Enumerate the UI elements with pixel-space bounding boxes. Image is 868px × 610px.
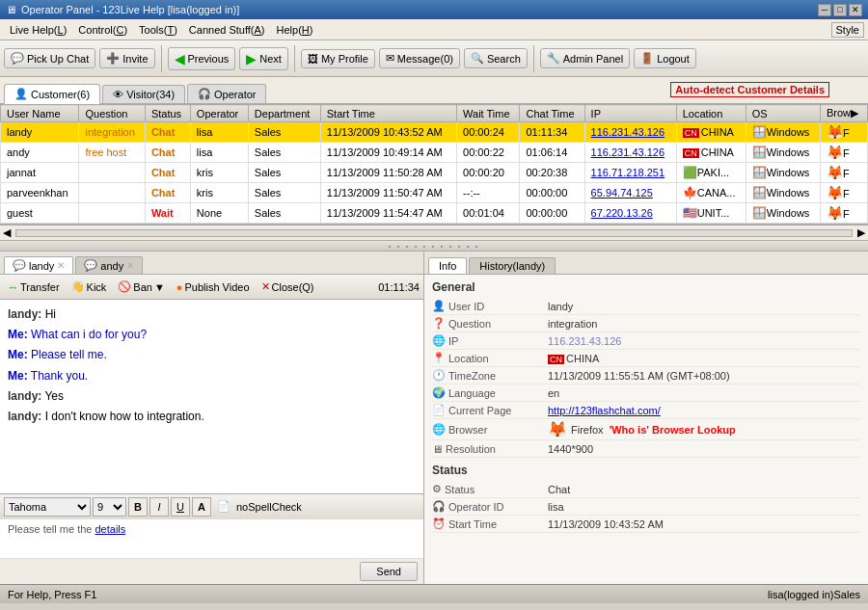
font-family-select[interactable]: Tahoma	[4, 497, 91, 517]
logout-button[interactable]: 🚪 Logout	[634, 48, 696, 68]
video-icon: ●	[176, 281, 183, 293]
china-flag: CN	[548, 355, 564, 364]
send-button[interactable]: Send	[360, 562, 418, 581]
cell-status: Chat	[145, 183, 190, 203]
font-color-button[interactable]: A	[192, 497, 211, 517]
scroll-left[interactable]: ◀	[0, 226, 14, 239]
table-row[interactable]: parveenkhan Chat kris Sales 11/13/2009 1…	[1, 183, 868, 203]
cell-status: Chat	[145, 143, 190, 163]
cell-department: Sales	[248, 122, 320, 143]
message-button[interactable]: ✉ Message(0)	[379, 48, 460, 68]
chat-message: landy: Yes	[8, 387, 416, 406]
chat-tab-close-landy[interactable]: ✕	[57, 260, 65, 271]
minimize-button[interactable]: ─	[818, 4, 831, 16]
close-button[interactable]: ✕	[849, 4, 862, 16]
chat-tab-andy[interactable]: 💬 andy ✕	[75, 256, 143, 274]
col-header-operator[interactable]: Operator	[190, 105, 248, 122]
col-header-browser[interactable]: Brow▶	[820, 105, 867, 122]
table-row[interactable]: guest Wait None Sales 11/13/2009 11:54:4…	[1, 203, 868, 224]
info-tab-history[interactable]: History(landy)	[469, 257, 556, 274]
col-header-question[interactable]: Question	[79, 105, 145, 122]
details-link[interactable]: details	[95, 523, 126, 535]
tab-operator[interactable]: 🎧 Operator	[187, 84, 266, 103]
tab-visitor[interactable]: 👁 Visitor(34)	[102, 85, 185, 103]
menu-help[interactable]: Help(H)	[271, 22, 319, 38]
invite-button[interactable]: ➕ Invite	[99, 48, 154, 68]
toolbar-separator-2	[294, 45, 295, 72]
table-row[interactable]: landy integration Chat lisa Sales 11/13/…	[1, 122, 868, 143]
transfer-button[interactable]: ↔ Transfer	[4, 280, 64, 294]
menu-tools[interactable]: Tools(T)	[133, 22, 183, 38]
scroll-right[interactable]: ▶	[854, 226, 868, 239]
resolution-icon: 🖥	[432, 443, 443, 455]
tab-customer[interactable]: 👤 Customer(6)	[4, 84, 100, 104]
cell-ip: 67.220.13.26	[584, 203, 676, 224]
next-button[interactable]: ▶ Next	[239, 47, 288, 70]
cell-chattime: 01:11:34	[520, 122, 584, 143]
italic-button[interactable]: I	[149, 497, 169, 517]
previous-button[interactable]: ◀ Previous	[168, 47, 236, 70]
starttime-icon: ⏰	[432, 517, 446, 530]
pick-up-chat-button[interactable]: 💬 Pick Up Chat	[4, 48, 95, 68]
menu-bar: Live Help(L) Control(C) Tools(T) Canned …	[0, 19, 868, 40]
split-handle[interactable]: • • • • • • • • • • •	[0, 240, 868, 252]
chat-timer: 01:11:34	[378, 281, 420, 293]
publish-video-button[interactable]: ● Publish Video	[173, 280, 254, 294]
col-header-location[interactable]: Location	[676, 105, 746, 122]
maximize-button[interactable]: □	[833, 4, 847, 16]
cell-question	[79, 203, 145, 224]
ban-button[interactable]: 🚫 Ban ▼	[114, 279, 168, 294]
cell-ip: 116.231.43.126	[584, 122, 676, 143]
underline-button[interactable]: U	[171, 497, 190, 517]
info-status-title: Status	[432, 464, 860, 477]
cell-location: 🟩PAKI...	[676, 163, 746, 183]
chat-input-container[interactable]: Please tell me the details	[0, 519, 423, 558]
col-header-status[interactable]: Status	[145, 105, 190, 122]
col-header-ip[interactable]: IP	[584, 105, 676, 122]
table-row[interactable]: jannat Chat kris Sales 11/13/2009 11:50:…	[1, 163, 868, 183]
cell-os: 🪟Windows	[746, 163, 820, 183]
logout-icon: 🚪	[640, 52, 654, 65]
info-row-language: 🌍Language en	[432, 385, 860, 402]
chat-message: Me: Thank you.	[8, 367, 416, 385]
chat-tab-close-andy[interactable]: ✕	[126, 260, 134, 271]
col-header-os[interactable]: OS	[746, 105, 820, 122]
col-header-department[interactable]: Department	[248, 105, 320, 122]
my-profile-button[interactable]: 🖼 My Profile	[301, 49, 375, 68]
search-button[interactable]: 🔍 Search	[464, 48, 528, 68]
transfer-icon: ↔	[8, 281, 18, 293]
font-size-select[interactable]: 9	[93, 497, 126, 517]
cell-browser: 🦊F	[820, 183, 867, 203]
message-icon: ✉	[386, 52, 394, 65]
location-icon: 📍	[432, 352, 446, 364]
cell-chattime: 01:06:14	[520, 143, 584, 163]
cell-os: 🪟Windows	[746, 203, 820, 224]
cell-operator: lisa	[190, 143, 248, 163]
admin-panel-button[interactable]: 🔧 Admin Panel	[540, 48, 630, 68]
chat-message: Me: What can i do for you?	[8, 326, 416, 344]
cell-os: 🪟Windows	[746, 122, 820, 143]
style-button[interactable]: Style	[831, 22, 864, 38]
split-area: 💬 landy ✕ 💬 andy ✕ ↔ Transfer 👋 Kick 🚫	[0, 252, 868, 584]
cell-username: guest	[1, 203, 79, 224]
menu-control[interactable]: Control(C)	[72, 22, 133, 38]
info-row-currentpage: 📄Current Page http://123flashchat.com/	[432, 402, 860, 419]
col-header-username[interactable]: User Name	[1, 105, 79, 122]
who-is-label: 'Who is' Browser Lookup	[610, 424, 736, 436]
info-tab-info[interactable]: Info	[428, 257, 467, 274]
col-header-chattime[interactable]: Chat Time	[520, 105, 584, 122]
menu-canned-stuff[interactable]: Canned Stuff(A)	[183, 22, 271, 38]
cell-starttime: 11/13/2009 11:50:47 AM	[320, 183, 456, 203]
col-header-waittime[interactable]: Wait Time	[457, 105, 520, 122]
table-row[interactable]: andy free host Chat lisa Sales 11/13/200…	[1, 143, 868, 163]
chat-icon-andy: 💬	[84, 259, 97, 272]
close-chat-button[interactable]: ✕ Close(Q)	[258, 279, 318, 294]
cell-operator: None	[190, 203, 248, 224]
col-header-starttime[interactable]: Start Time	[320, 105, 456, 122]
kick-button[interactable]: 👋 Kick	[68, 279, 111, 294]
cell-department: Sales	[248, 143, 320, 163]
bold-button[interactable]: B	[128, 497, 148, 517]
chat-tab-landy[interactable]: 💬 landy ✕	[4, 256, 73, 274]
kick-icon: 👋	[71, 280, 85, 293]
menu-live-help[interactable]: Live Help(L)	[4, 22, 72, 38]
